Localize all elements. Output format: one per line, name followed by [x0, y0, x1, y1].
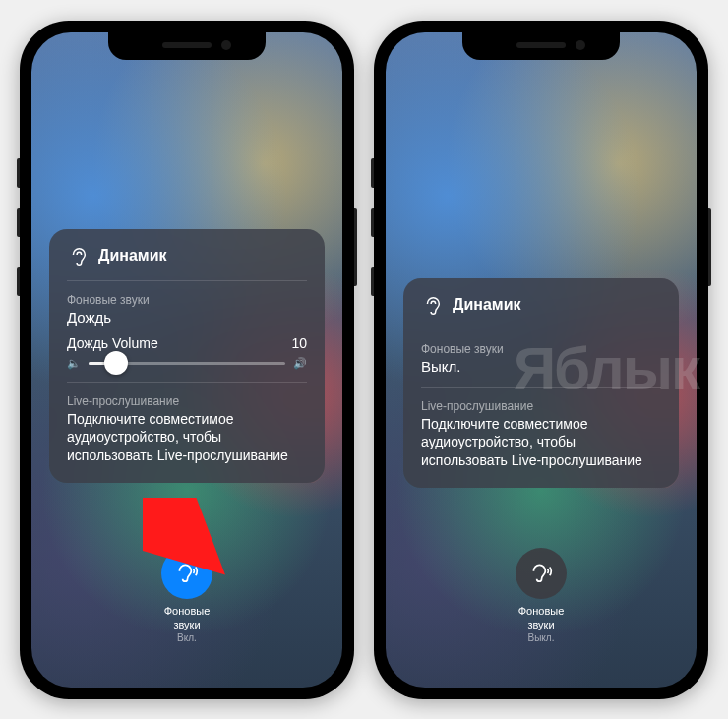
bg-value: Дождь [67, 309, 307, 326]
background-sounds-section[interactable]: Фоновые звуки Выкл. [421, 330, 661, 387]
button-label: Фоновые звуки [518, 605, 565, 632]
live-label: Live-прослушивание [421, 399, 661, 413]
background-sounds-button[interactable]: Фоновые звуки Вкл. [161, 548, 212, 643]
card-title: Динамик [98, 247, 166, 265]
slider-track[interactable] [89, 362, 285, 365]
card-title: Динамик [453, 296, 520, 314]
live-text: Подключите совместимое аудиоустройство, … [421, 415, 661, 471]
button-label: Фоновые звуки [164, 605, 211, 632]
notch [108, 32, 266, 60]
button-state: Выкл. [518, 632, 565, 643]
hearing-card: Динамик Фоновые звуки Дождь Дождь Volume… [49, 229, 325, 484]
volume-slider[interactable]: 🔈 🔊 [67, 357, 307, 370]
bg-value: Выкл. [421, 358, 661, 375]
slider-thumb[interactable] [104, 351, 128, 375]
bg-label: Фоновые звуки [421, 342, 661, 356]
live-text: Подключите совместимое аудиоустройство, … [67, 410, 307, 466]
ear-icon [67, 245, 89, 267]
button-state: Вкл. [164, 632, 211, 643]
bg-label: Фоновые звуки [67, 293, 307, 307]
card-header[interactable]: Динамик [67, 245, 307, 280]
speaker-high-icon: 🔊 [293, 357, 307, 370]
volume-value: 10 [291, 335, 307, 351]
background-sounds-section[interactable]: Фоновые звуки Дождь Дождь Volume 10 🔈 🔊 [67, 280, 307, 382]
speaker-low-icon: 🔈 [67, 357, 81, 370]
screen: Динамик Фоновые звуки Дождь Дождь Volume… [31, 32, 342, 688]
ear-waves-icon [174, 561, 200, 586]
live-label: Live-прослушивание [67, 394, 307, 408]
screen: Динамик Фоновые звуки Выкл. Live-прослуш… [386, 32, 697, 688]
notch [462, 32, 620, 60]
ear-icon [421, 294, 443, 316]
ear-waves-icon [528, 561, 554, 586]
volume-label: Дождь Volume [67, 335, 158, 351]
live-listen-section: Live-прослушивание Подключите совместимо… [67, 382, 307, 468]
button-circle[interactable] [516, 548, 567, 599]
background-sounds-button[interactable]: Фоновые звуки Выкл. [516, 548, 567, 643]
button-circle[interactable] [161, 548, 212, 599]
phone-right: Динамик Фоновые звуки Выкл. Live-прослуш… [374, 21, 708, 699]
phone-left: Динамик Фоновые звуки Дождь Дождь Volume… [20, 21, 354, 699]
card-header[interactable]: Динамик [421, 294, 661, 330]
live-listen-section: Live-прослушивание Подключите совместимо… [421, 387, 661, 473]
hearing-card: Динамик Фоновые звуки Выкл. Live-прослуш… [403, 278, 679, 489]
